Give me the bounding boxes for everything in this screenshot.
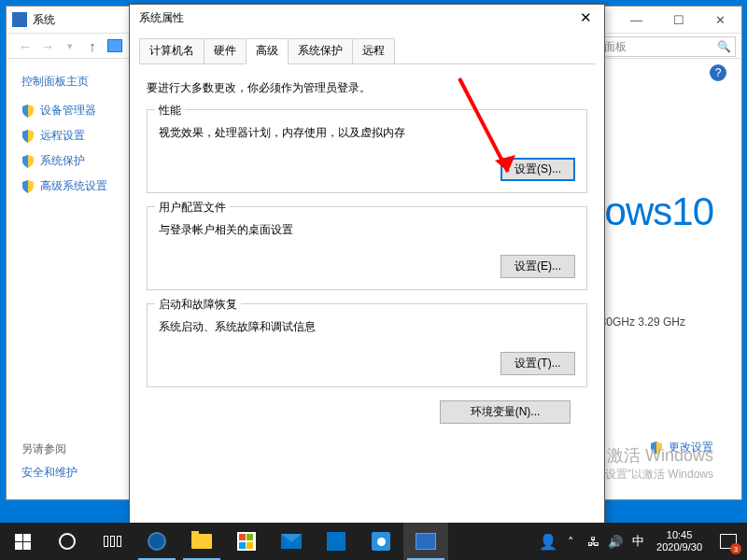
- system-properties-dialog: 系统属性 ✕ 计算机名 硬件 高级 系统保护 远程 要进行大多数更改，你必须作为…: [129, 4, 605, 526]
- tray-time: 10:45: [656, 529, 702, 541]
- file-explorer-app[interactable]: [179, 523, 224, 560]
- cortana-icon: [59, 533, 76, 550]
- dlg-title: 系统属性: [139, 10, 184, 26]
- search-icon: 🔍: [717, 40, 731, 53]
- forward-button[interactable]: →: [36, 38, 59, 54]
- performance-desc: 视觉效果，处理器计划，内存使用，以及虚拟内存: [159, 125, 575, 141]
- start-button[interactable]: [0, 523, 45, 560]
- store-app[interactable]: [224, 523, 269, 560]
- tab-hardware[interactable]: 硬件: [204, 38, 247, 64]
- shield-icon: [21, 155, 35, 168]
- people-app[interactable]: [359, 523, 403, 560]
- dlg-close-button[interactable]: ✕: [567, 5, 604, 31]
- dlg-titlebar: 系统属性 ✕: [130, 5, 604, 31]
- sidebar-item-advanced[interactable]: 高级系统设置: [21, 178, 147, 194]
- shield-icon: [21, 180, 35, 193]
- user-profiles-settings-button[interactable]: 设置(E)...: [500, 255, 575, 278]
- notification-badge: 3: [730, 543, 741, 554]
- tray-chevron-up-icon[interactable]: ˄: [559, 535, 582, 549]
- startup-recovery-group: 启动和故障恢复 系统启动、系统故障和调试信息 设置(T)...: [147, 303, 587, 387]
- cortana-button[interactable]: [45, 523, 90, 560]
- user-profiles-legend: 用户配置文件: [155, 200, 230, 216]
- minimize-button[interactable]: —: [615, 7, 657, 33]
- shield-icon: [21, 130, 35, 143]
- mail-app[interactable]: [269, 523, 314, 560]
- shield-icon: [21, 105, 35, 118]
- control-panel-home-link[interactable]: 控制面板主页: [21, 74, 147, 90]
- sidebar: 控制面板主页 设备管理器 远程设置 系统保护 高级系统设置 另请参阅 安全和维护: [7, 59, 147, 499]
- action-center-button[interactable]: 3: [710, 523, 747, 560]
- performance-legend: 性能: [155, 103, 185, 119]
- svg-rect-4: [15, 542, 22, 550]
- dlg-body: 要进行大多数更改，你必须作为管理员登录。 性能 视觉效果，处理器计划，内存使用，…: [130, 65, 604, 435]
- tray-clock[interactable]: 10:45 2020/9/30: [649, 529, 710, 553]
- system-tray: 👤 ˄ 🖧 🔊 中 10:45 2020/9/30 3: [537, 523, 747, 560]
- dlg-tabs: 计算机名 硬件 高级 系统保护 远程: [130, 31, 604, 65]
- performance-settings-button[interactable]: 设置(S)...: [500, 158, 575, 181]
- system-icon: [12, 12, 27, 27]
- startup-recovery-legend: 启动和故障恢复: [155, 297, 241, 313]
- security-maintenance-link[interactable]: 安全和维护: [21, 465, 78, 481]
- folder-icon: [191, 534, 212, 549]
- user-profiles-group: 用户配置文件 与登录帐户相关的桌面设置 设置(E)...: [147, 206, 587, 290]
- system-app[interactable]: [403, 523, 448, 560]
- close-button[interactable]: ✕: [699, 7, 741, 33]
- monitor-icon: [107, 39, 122, 52]
- tab-remote[interactable]: 远程: [352, 38, 395, 64]
- back-button[interactable]: ←: [14, 38, 36, 54]
- environment-variables-button[interactable]: 环境变量(N)...: [440, 400, 571, 424]
- bg-window-buttons: — ☐ ✕: [615, 7, 741, 33]
- startup-recovery-settings-button[interactable]: 设置(T)...: [500, 352, 575, 375]
- edge-app[interactable]: [134, 523, 179, 560]
- tray-network-icon[interactable]: 🖧: [582, 535, 604, 549]
- calendar-icon: [327, 532, 345, 551]
- sidebar-item-remote[interactable]: 远程设置: [21, 128, 147, 144]
- tray-date: 2020/9/30: [656, 541, 702, 553]
- cpu-info: .30GHz 3.29 GHz: [597, 315, 685, 329]
- edge-icon: [148, 532, 166, 551]
- recent-dropdown[interactable]: ▾: [59, 40, 81, 52]
- taskbar: 👤 ˄ 🖧 🔊 中 10:45 2020/9/30 3: [0, 523, 747, 560]
- people-icon: [372, 532, 390, 551]
- mail-icon: [281, 534, 302, 549]
- tab-computer-name[interactable]: 计算机名: [139, 38, 204, 64]
- see-also: 另请参阅 安全和维护: [21, 441, 78, 481]
- startup-recovery-desc: 系统启动、系统故障和调试信息: [159, 319, 575, 335]
- calendar-app[interactable]: [314, 523, 359, 560]
- system-app-icon: [416, 533, 436, 550]
- maximize-button[interactable]: ☐: [657, 7, 699, 33]
- tray-ime-indicator[interactable]: 中: [627, 533, 649, 550]
- tray-people-icon[interactable]: 👤: [537, 533, 559, 551]
- see-also-header: 另请参阅: [21, 441, 78, 457]
- task-view-button[interactable]: [90, 523, 134, 560]
- svg-rect-2: [15, 534, 22, 541]
- performance-group: 性能 视觉效果，处理器计划，内存使用，以及虚拟内存 设置(S)...: [147, 109, 587, 193]
- sidebar-item-device-manager[interactable]: 设备管理器: [21, 103, 147, 119]
- svg-rect-3: [23, 534, 31, 541]
- store-icon: [237, 532, 256, 551]
- user-profiles-desc: 与登录帐户相关的桌面设置: [159, 222, 575, 238]
- bg-title: 系统: [33, 12, 55, 28]
- svg-rect-5: [23, 542, 31, 550]
- admin-intro-text: 要进行大多数更改，你必须作为管理员登录。: [147, 80, 587, 96]
- tab-system-protection[interactable]: 系统保护: [288, 38, 353, 64]
- tab-advanced[interactable]: 高级: [246, 38, 289, 64]
- tray-volume-icon[interactable]: 🔊: [604, 535, 627, 549]
- up-button[interactable]: ↑: [81, 38, 104, 54]
- sidebar-item-protection[interactable]: 系统保护: [21, 153, 147, 169]
- task-view-icon: [104, 536, 121, 547]
